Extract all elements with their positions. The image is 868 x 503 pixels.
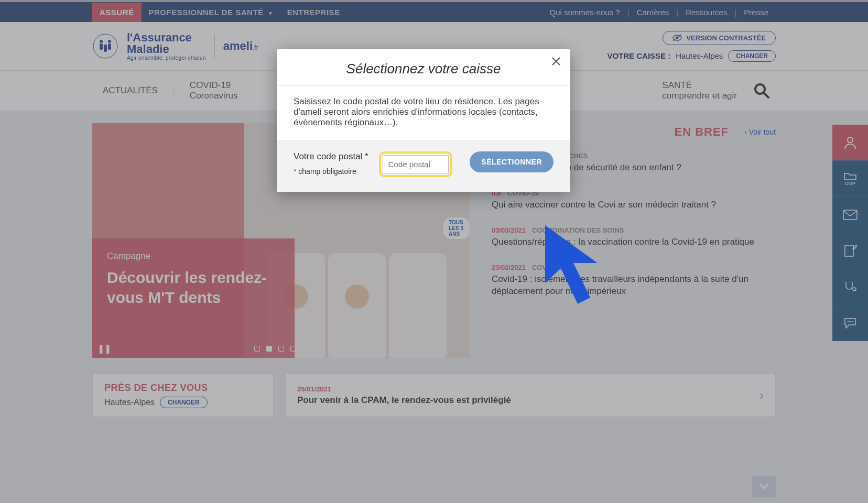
close-icon	[551, 57, 561, 66]
postal-code-label: Votre code postal *	[294, 151, 368, 162]
mandatory-note: * champ obligatoire	[294, 167, 368, 176]
select-button[interactable]: SÉLECTIONNER	[470, 151, 554, 172]
postal-code-input[interactable]	[383, 155, 449, 173]
select-caisse-modal: Sélectionnez votre caisse Saisissez le c…	[277, 49, 570, 192]
close-button[interactable]	[551, 57, 563, 68]
modal-title: Sélectionnez votre caisse	[289, 61, 558, 77]
modal-body: Saisissez le code postal de votre lieu d…	[277, 85, 570, 141]
postal-code-highlight	[379, 151, 452, 177]
